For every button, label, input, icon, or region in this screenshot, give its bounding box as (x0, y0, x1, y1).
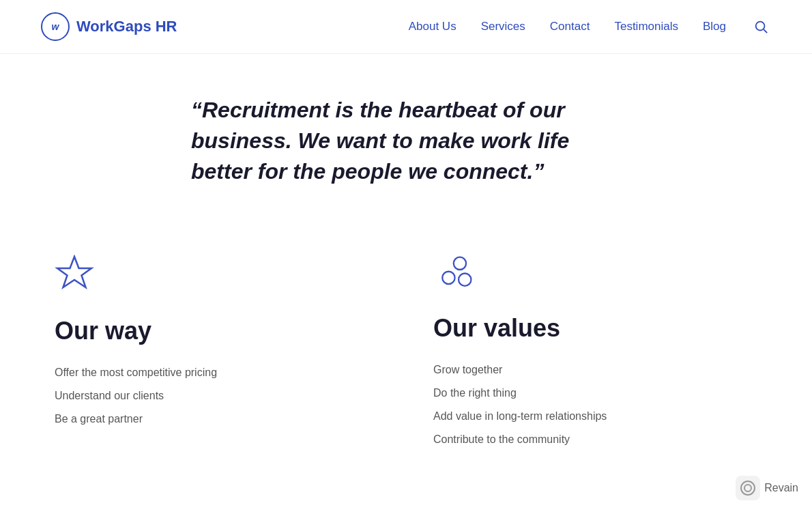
list-item: Offer the most competitive pricing (55, 365, 379, 381)
logo-letter: w (52, 21, 59, 32)
svg-line-1 (764, 29, 767, 33)
nav-contact[interactable]: Contact (550, 20, 590, 33)
list-item: Be a great partner (55, 411, 379, 427)
revain-label: Revain (764, 482, 798, 494)
logo-link[interactable]: w WorkGaps HR (41, 12, 177, 41)
bubbles-icon (433, 255, 478, 292)
our-way-column: Our way Offer the most competitive prici… (41, 241, 392, 461)
brand-name: WorkGaps HR (76, 18, 177, 35)
svg-rect-5 (736, 476, 760, 500)
list-item: Contribute to the community (433, 431, 757, 448)
our-values-column: Our values Grow together Do the right th… (420, 241, 771, 461)
our-way-title: Our way (55, 317, 379, 345)
svg-point-4 (459, 274, 471, 286)
search-button[interactable] (751, 16, 771, 37)
our-way-list: Offer the most competitive pricing Under… (55, 365, 379, 427)
list-item: Grow together (433, 362, 757, 378)
logo-circle: w (41, 12, 70, 41)
search-icon (753, 19, 768, 34)
list-item: Do the right thing (433, 385, 757, 401)
our-values-list: Grow together Do the right thing Add val… (433, 362, 757, 448)
revain-watermark: Revain (736, 476, 798, 500)
list-item: Understand our clients (55, 388, 379, 404)
nav-about[interactable]: About Us (409, 20, 456, 33)
svg-point-0 (756, 22, 765, 31)
nav-services[interactable]: Services (481, 20, 525, 33)
header: w WorkGaps HR About Us Services Contact … (0, 0, 812, 54)
svg-point-3 (442, 272, 454, 284)
our-values-title: Our values (433, 314, 757, 343)
content-columns: Our way Offer the most competitive prici… (0, 220, 812, 502)
revain-logo-icon (736, 476, 760, 500)
quote-section: “Recruitment is the heartbeat of our bus… (0, 54, 812, 220)
svg-point-2 (454, 257, 466, 270)
nav-testimonials[interactable]: Testimonials (614, 20, 678, 33)
main-nav: About Us Services Contact Testimonials B… (409, 16, 771, 37)
nav-blog[interactable]: Blog (703, 20, 726, 33)
quote-text: “Recruitment is the heartbeat of our bus… (191, 95, 621, 186)
list-item: Add value in long-term relationships (433, 408, 757, 425)
star-icon (55, 255, 379, 298)
